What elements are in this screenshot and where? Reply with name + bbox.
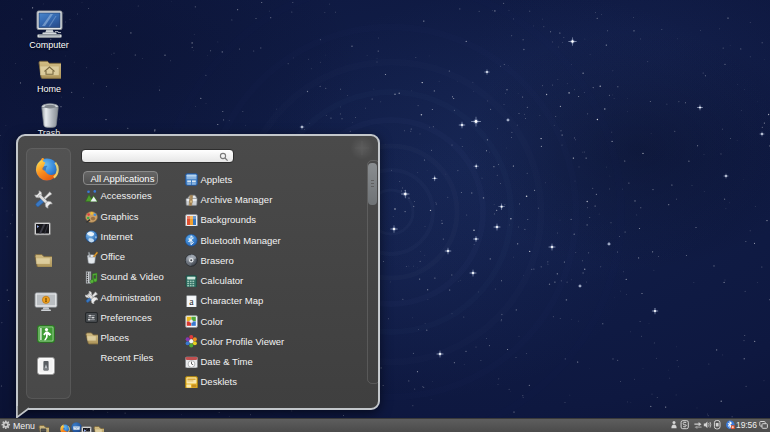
svg-text:a: a	[189, 296, 194, 307]
